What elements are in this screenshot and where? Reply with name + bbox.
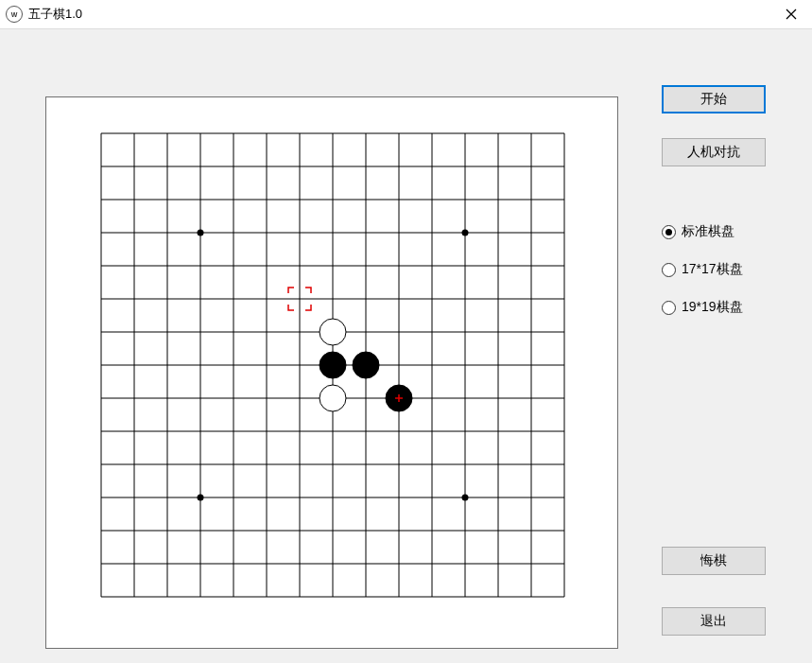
mode-button-label: 人机对抗 (687, 144, 740, 161)
black-stone (353, 352, 379, 378)
app-window: W 五子棋1.0 开始 人机对抗 标准棋盘17*17棋盘19*19棋盘 悔棋 (0, 0, 812, 663)
undo-button-label: 悔棋 (700, 552, 727, 569)
start-button[interactable]: 开始 (662, 85, 766, 113)
svg-point-33 (462, 230, 469, 236)
board-size-option-label: 19*19棋盘 (682, 299, 743, 316)
client-area: 开始 人机对抗 标准棋盘17*17棋盘19*19棋盘 悔棋 退出 (0, 28, 812, 663)
sidebar: 开始 人机对抗 标准棋盘17*17棋盘19*19棋盘 悔棋 退出 (662, 85, 785, 636)
radio-icon (662, 263, 676, 277)
mode-button[interactable]: 人机对抗 (662, 138, 766, 166)
undo-button[interactable]: 悔棋 (662, 547, 766, 575)
svg-point-35 (198, 495, 204, 501)
board-size-option[interactable]: 标准棋盘 (662, 221, 785, 242)
close-button[interactable] (769, 0, 812, 28)
board-size-option-label: 17*17棋盘 (682, 261, 743, 278)
radio-icon (662, 301, 676, 315)
board-size-option[interactable]: 19*19棋盘 (662, 297, 785, 318)
white-stone (320, 319, 346, 345)
start-button-label: 开始 (700, 91, 727, 108)
game-board[interactable] (97, 130, 568, 601)
window-title: 五子棋1.0 (28, 6, 82, 23)
white-stone (320, 385, 346, 411)
black-stone (320, 352, 346, 378)
svg-point-36 (462, 495, 469, 501)
svg-point-32 (198, 230, 204, 236)
exit-button-label: 退出 (700, 613, 727, 630)
board-size-radio-group: 标准棋盘17*17棋盘19*19棋盘 (662, 221, 785, 318)
exit-button[interactable]: 退出 (662, 607, 766, 636)
board-size-option[interactable]: 17*17棋盘 (662, 259, 785, 280)
board-size-option-label: 标准棋盘 (682, 223, 734, 240)
board-panel (45, 96, 618, 649)
close-icon (786, 9, 797, 20)
titlebar: W 五子棋1.0 (0, 0, 812, 29)
radio-icon (662, 225, 676, 239)
app-icon: W (6, 6, 23, 23)
